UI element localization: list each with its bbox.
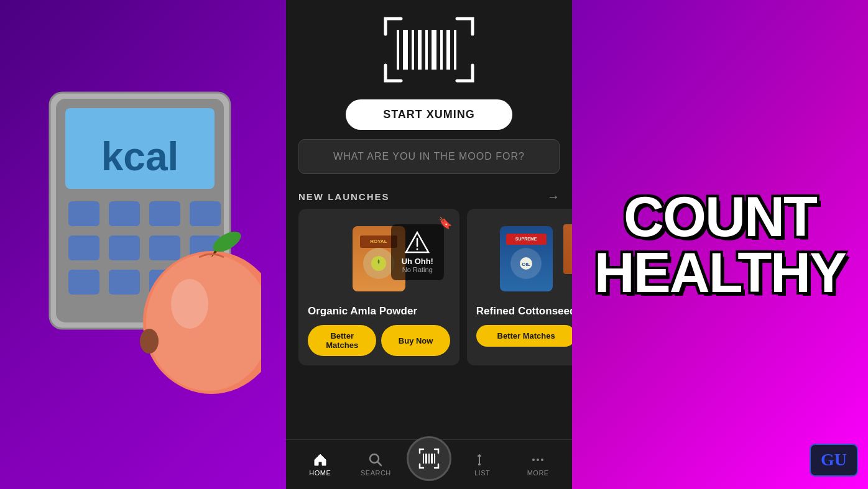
svg-text:GU: GU	[821, 450, 847, 469]
svg-rect-12	[68, 270, 99, 295]
nav-list-label: LIST	[474, 469, 490, 477]
svg-rect-22	[403, 30, 408, 70]
svg-rect-38	[423, 454, 424, 464]
scanner-area	[286, 0, 572, 93]
gu-logo: GU	[809, 443, 859, 477]
svg-point-18	[171, 279, 208, 329]
svg-line-37	[377, 462, 381, 465]
count-healthy-text: COUNT HEALTHY	[594, 189, 846, 301]
svg-point-45	[537, 459, 539, 461]
product-buttons-amla: Better Matches Buy Now	[308, 325, 450, 356]
svg-point-20	[140, 329, 159, 354]
svg-point-46	[541, 459, 543, 461]
svg-rect-24	[418, 30, 422, 70]
product-name-cottonseed: Refined Cottonseed	[476, 305, 572, 318]
svg-rect-13	[109, 270, 140, 295]
product-card-cottonseed-inner: SUPREME OIL Refined Cottonseed Better Ma…	[467, 209, 572, 356]
product-card-amla: 🔖 ROYAL	[298, 209, 459, 365]
section-header: NEW LAUNCHES →	[286, 183, 572, 209]
nav-list[interactable]: LIST	[458, 452, 507, 477]
products-row: 🔖 ROYAL	[286, 209, 572, 372]
count-text: COUNT	[624, 186, 816, 248]
warning-overlay: Uh Ohh! No Rating	[391, 224, 444, 280]
svg-rect-7	[190, 201, 221, 226]
svg-rect-42	[434, 454, 435, 464]
home-icon	[313, 452, 328, 467]
svg-rect-6	[149, 201, 180, 226]
cottonseed-icon: OIL	[510, 248, 542, 279]
start-button[interactable]: START XUMING	[346, 99, 512, 130]
warning-sub: No Rating	[402, 266, 433, 273]
better-matches-button-cottonseed[interactable]: Better Matches	[476, 325, 572, 347]
calculator-illustration: kcal	[25, 74, 261, 416]
list-icon	[475, 452, 490, 467]
gu-logo-area: GU	[809, 443, 859, 480]
nav-more[interactable]: MORE	[513, 452, 563, 477]
buy-now-button-amla[interactable]: Buy Now	[381, 325, 450, 356]
warning-icon	[405, 231, 430, 254]
product-card-amla-inner: 🔖 ROYAL	[298, 209, 459, 365]
svg-rect-27	[440, 30, 443, 70]
nav-scanner-icon	[417, 447, 441, 470]
product-buttons-cottonseed: Better Matches	[476, 325, 572, 347]
product-name-amla: Organic Amla Powder	[308, 305, 450, 318]
more-icon	[530, 452, 545, 467]
svg-rect-23	[412, 30, 414, 70]
nav-scanner-button[interactable]	[407, 436, 451, 481]
section-title: NEW LAUNCHES	[298, 191, 390, 202]
svg-text:OIL: OIL	[522, 262, 530, 267]
nav-home[interactable]: HOME	[295, 452, 345, 477]
product-image-area-amla: ROYAL	[308, 218, 450, 299]
left-panel: kcal	[0, 0, 286, 489]
svg-rect-10	[149, 235, 180, 260]
nav-more-label: MORE	[527, 469, 549, 477]
svg-rect-40	[428, 454, 430, 464]
svg-rect-9	[109, 235, 140, 260]
product-card-cottonseed: SUPREME OIL Refined Cottonseed Better Ma…	[467, 209, 572, 365]
amla-icon	[363, 248, 394, 279]
section-arrow-button[interactable]: →	[547, 190, 560, 204]
healthy-text: HEALTHY	[594, 242, 846, 304]
bottom-nav: HOME SEARCH	[286, 439, 572, 489]
barcode-scanner-icon	[379, 12, 479, 87]
svg-rect-26	[432, 30, 436, 70]
svg-rect-41	[431, 454, 433, 464]
svg-rect-25	[425, 30, 428, 70]
search-icon	[368, 452, 383, 467]
mood-input[interactable]: WHAT ARE YOU IN THE MOOD FOR?	[298, 139, 560, 174]
svg-rect-4	[68, 201, 99, 226]
cottonseed-product-image: SUPREME OIL	[500, 226, 553, 291]
phone-content: START XUMING WHAT ARE YOU IN THE MOOD FO…	[286, 0, 572, 489]
nav-search[interactable]: SEARCH	[351, 452, 400, 477]
better-matches-button-amla[interactable]: Better Matches	[308, 325, 376, 356]
svg-rect-29	[454, 30, 456, 70]
partial-strip	[563, 224, 572, 274]
nav-search-label: SEARCH	[361, 469, 391, 477]
svg-rect-8	[68, 235, 99, 260]
warning-title: Uh Ohh!	[402, 257, 433, 266]
product-image-area-cottonseed: SUPREME OIL	[476, 218, 572, 299]
svg-point-44	[532, 459, 535, 461]
svg-rect-43	[478, 464, 481, 465]
svg-rect-39	[425, 454, 427, 464]
svg-text:kcal: kcal	[101, 134, 179, 179]
svg-rect-28	[446, 30, 450, 70]
center-panel: START XUMING WHAT ARE YOU IN THE MOOD FO…	[286, 0, 572, 489]
right-panel: COUNT HEALTHY GU	[572, 0, 868, 489]
svg-point-33	[417, 249, 418, 250]
nav-home-label: HOME	[309, 469, 331, 477]
svg-rect-5	[109, 201, 140, 226]
svg-rect-21	[397, 30, 399, 70]
